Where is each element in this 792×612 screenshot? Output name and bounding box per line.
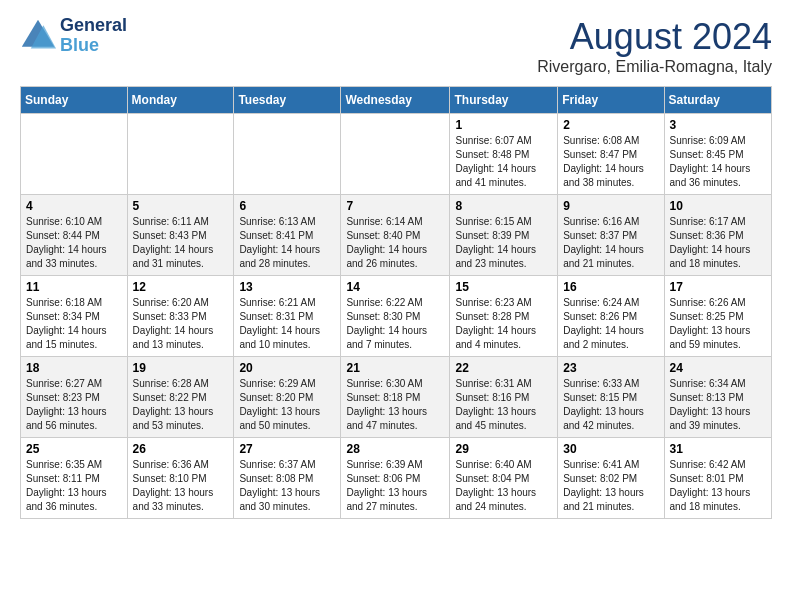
day-number: 31 [670, 442, 766, 456]
week-row: 18Sunrise: 6:27 AM Sunset: 8:23 PM Dayli… [21, 357, 772, 438]
day-info: Sunrise: 6:11 AM Sunset: 8:43 PM Dayligh… [133, 215, 229, 271]
day-info: Sunrise: 6:36 AM Sunset: 8:10 PM Dayligh… [133, 458, 229, 514]
calendar-cell: 20Sunrise: 6:29 AM Sunset: 8:20 PM Dayli… [234, 357, 341, 438]
calendar-cell: 6Sunrise: 6:13 AM Sunset: 8:41 PM Daylig… [234, 195, 341, 276]
day-number: 6 [239, 199, 335, 213]
day-number: 1 [455, 118, 552, 132]
day-number: 22 [455, 361, 552, 375]
calendar-cell: 2Sunrise: 6:08 AM Sunset: 8:47 PM Daylig… [558, 114, 664, 195]
day-info: Sunrise: 6:39 AM Sunset: 8:06 PM Dayligh… [346, 458, 444, 514]
day-number: 30 [563, 442, 658, 456]
calendar-cell: 24Sunrise: 6:34 AM Sunset: 8:13 PM Dayli… [664, 357, 771, 438]
logo-icon [20, 18, 56, 54]
day-info: Sunrise: 6:27 AM Sunset: 8:23 PM Dayligh… [26, 377, 122, 433]
calendar-cell: 11Sunrise: 6:18 AM Sunset: 8:34 PM Dayli… [21, 276, 128, 357]
calendar-cell [21, 114, 128, 195]
calendar-cell: 31Sunrise: 6:42 AM Sunset: 8:01 PM Dayli… [664, 438, 771, 519]
day-number: 16 [563, 280, 658, 294]
calendar-cell [234, 114, 341, 195]
day-number: 27 [239, 442, 335, 456]
day-number: 26 [133, 442, 229, 456]
day-info: Sunrise: 6:09 AM Sunset: 8:45 PM Dayligh… [670, 134, 766, 190]
week-row: 4Sunrise: 6:10 AM Sunset: 8:44 PM Daylig… [21, 195, 772, 276]
day-number: 21 [346, 361, 444, 375]
calendar-cell: 16Sunrise: 6:24 AM Sunset: 8:26 PM Dayli… [558, 276, 664, 357]
day-number: 14 [346, 280, 444, 294]
day-info: Sunrise: 6:26 AM Sunset: 8:25 PM Dayligh… [670, 296, 766, 352]
day-number: 3 [670, 118, 766, 132]
calendar-cell: 23Sunrise: 6:33 AM Sunset: 8:15 PM Dayli… [558, 357, 664, 438]
calendar-cell: 21Sunrise: 6:30 AM Sunset: 8:18 PM Dayli… [341, 357, 450, 438]
day-number: 20 [239, 361, 335, 375]
calendar-cell: 29Sunrise: 6:40 AM Sunset: 8:04 PM Dayli… [450, 438, 558, 519]
day-number: 15 [455, 280, 552, 294]
day-number: 25 [26, 442, 122, 456]
day-number: 7 [346, 199, 444, 213]
day-info: Sunrise: 6:07 AM Sunset: 8:48 PM Dayligh… [455, 134, 552, 190]
calendar-cell: 17Sunrise: 6:26 AM Sunset: 8:25 PM Dayli… [664, 276, 771, 357]
day-number: 9 [563, 199, 658, 213]
calendar-cell: 5Sunrise: 6:11 AM Sunset: 8:43 PM Daylig… [127, 195, 234, 276]
weekday-header: Monday [127, 87, 234, 114]
calendar-cell: 7Sunrise: 6:14 AM Sunset: 8:40 PM Daylig… [341, 195, 450, 276]
day-info: Sunrise: 6:14 AM Sunset: 8:40 PM Dayligh… [346, 215, 444, 271]
day-info: Sunrise: 6:08 AM Sunset: 8:47 PM Dayligh… [563, 134, 658, 190]
weekday-header: Wednesday [341, 87, 450, 114]
logo: General Blue [20, 16, 127, 56]
day-number: 2 [563, 118, 658, 132]
calendar-cell: 10Sunrise: 6:17 AM Sunset: 8:36 PM Dayli… [664, 195, 771, 276]
day-number: 17 [670, 280, 766, 294]
calendar-cell: 4Sunrise: 6:10 AM Sunset: 8:44 PM Daylig… [21, 195, 128, 276]
day-number: 5 [133, 199, 229, 213]
week-row: 25Sunrise: 6:35 AM Sunset: 8:11 PM Dayli… [21, 438, 772, 519]
calendar-cell: 18Sunrise: 6:27 AM Sunset: 8:23 PM Dayli… [21, 357, 128, 438]
calendar: SundayMondayTuesdayWednesdayThursdayFrid… [20, 86, 772, 519]
day-info: Sunrise: 6:24 AM Sunset: 8:26 PM Dayligh… [563, 296, 658, 352]
day-info: Sunrise: 6:17 AM Sunset: 8:36 PM Dayligh… [670, 215, 766, 271]
calendar-cell [341, 114, 450, 195]
day-info: Sunrise: 6:35 AM Sunset: 8:11 PM Dayligh… [26, 458, 122, 514]
calendar-cell: 28Sunrise: 6:39 AM Sunset: 8:06 PM Dayli… [341, 438, 450, 519]
day-info: Sunrise: 6:10 AM Sunset: 8:44 PM Dayligh… [26, 215, 122, 271]
calendar-cell: 22Sunrise: 6:31 AM Sunset: 8:16 PM Dayli… [450, 357, 558, 438]
weekday-header: Friday [558, 87, 664, 114]
day-info: Sunrise: 6:13 AM Sunset: 8:41 PM Dayligh… [239, 215, 335, 271]
subtitle: Rivergaro, Emilia-Romagna, Italy [537, 58, 772, 76]
day-number: 11 [26, 280, 122, 294]
calendar-cell: 30Sunrise: 6:41 AM Sunset: 8:02 PM Dayli… [558, 438, 664, 519]
title-block: August 2024 Rivergaro, Emilia-Romagna, I… [537, 16, 772, 76]
calendar-cell: 25Sunrise: 6:35 AM Sunset: 8:11 PM Dayli… [21, 438, 128, 519]
week-row: 11Sunrise: 6:18 AM Sunset: 8:34 PM Dayli… [21, 276, 772, 357]
calendar-cell: 14Sunrise: 6:22 AM Sunset: 8:30 PM Dayli… [341, 276, 450, 357]
calendar-cell: 13Sunrise: 6:21 AM Sunset: 8:31 PM Dayli… [234, 276, 341, 357]
calendar-cell: 9Sunrise: 6:16 AM Sunset: 8:37 PM Daylig… [558, 195, 664, 276]
calendar-cell: 1Sunrise: 6:07 AM Sunset: 8:48 PM Daylig… [450, 114, 558, 195]
calendar-cell: 26Sunrise: 6:36 AM Sunset: 8:10 PM Dayli… [127, 438, 234, 519]
calendar-cell [127, 114, 234, 195]
day-info: Sunrise: 6:18 AM Sunset: 8:34 PM Dayligh… [26, 296, 122, 352]
day-info: Sunrise: 6:15 AM Sunset: 8:39 PM Dayligh… [455, 215, 552, 271]
day-info: Sunrise: 6:40 AM Sunset: 8:04 PM Dayligh… [455, 458, 552, 514]
calendar-cell: 8Sunrise: 6:15 AM Sunset: 8:39 PM Daylig… [450, 195, 558, 276]
day-info: Sunrise: 6:29 AM Sunset: 8:20 PM Dayligh… [239, 377, 335, 433]
day-number: 28 [346, 442, 444, 456]
day-info: Sunrise: 6:41 AM Sunset: 8:02 PM Dayligh… [563, 458, 658, 514]
day-info: Sunrise: 6:20 AM Sunset: 8:33 PM Dayligh… [133, 296, 229, 352]
header: General Blue August 2024 Rivergaro, Emil… [20, 16, 772, 76]
day-info: Sunrise: 6:21 AM Sunset: 8:31 PM Dayligh… [239, 296, 335, 352]
page: General Blue August 2024 Rivergaro, Emil… [0, 0, 792, 529]
day-number: 13 [239, 280, 335, 294]
weekday-header: Tuesday [234, 87, 341, 114]
week-row: 1Sunrise: 6:07 AM Sunset: 8:48 PM Daylig… [21, 114, 772, 195]
weekday-header-row: SundayMondayTuesdayWednesdayThursdayFrid… [21, 87, 772, 114]
calendar-cell: 15Sunrise: 6:23 AM Sunset: 8:28 PM Dayli… [450, 276, 558, 357]
day-info: Sunrise: 6:28 AM Sunset: 8:22 PM Dayligh… [133, 377, 229, 433]
day-info: Sunrise: 6:34 AM Sunset: 8:13 PM Dayligh… [670, 377, 766, 433]
weekday-header: Sunday [21, 87, 128, 114]
day-info: Sunrise: 6:23 AM Sunset: 8:28 PM Dayligh… [455, 296, 552, 352]
day-info: Sunrise: 6:31 AM Sunset: 8:16 PM Dayligh… [455, 377, 552, 433]
day-number: 24 [670, 361, 766, 375]
calendar-cell: 3Sunrise: 6:09 AM Sunset: 8:45 PM Daylig… [664, 114, 771, 195]
calendar-cell: 12Sunrise: 6:20 AM Sunset: 8:33 PM Dayli… [127, 276, 234, 357]
day-number: 29 [455, 442, 552, 456]
